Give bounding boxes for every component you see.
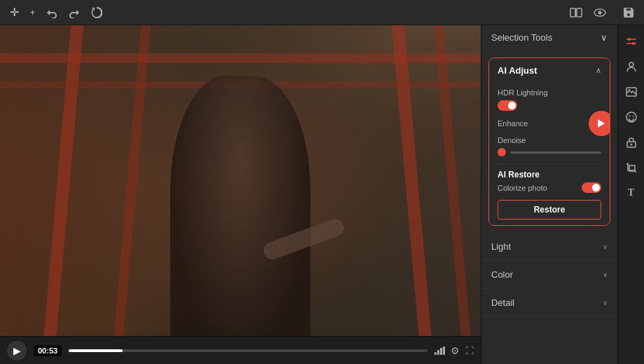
light-section[interactable]: Light ∨ xyxy=(481,233,617,261)
svg-point-17 xyxy=(630,144,632,146)
top-toolbar: ✛ + xyxy=(0,0,644,25)
settings-icon[interactable]: ⚙ xyxy=(451,345,460,356)
rotate-icon[interactable] xyxy=(88,4,105,21)
photo-background xyxy=(0,25,481,364)
sidebar-text-icon[interactable]: T xyxy=(621,182,642,203)
sidebar-face-icon[interactable] xyxy=(621,107,642,128)
ai-adjust-body: HDR Lightning Enhance xyxy=(489,83,610,225)
undo-icon[interactable] xyxy=(43,4,60,21)
svg-point-12 xyxy=(628,89,629,90)
add-icon[interactable]: + xyxy=(27,5,38,20)
video-controls: ▶ 00:53 ⚙ ⛶ xyxy=(0,336,481,364)
detail-label: Detail xyxy=(491,297,514,308)
denoise-slider-track[interactable] xyxy=(510,151,601,154)
svg-point-14 xyxy=(629,116,630,117)
svg-point-9 xyxy=(632,42,635,45)
svg-point-15 xyxy=(632,116,633,117)
redo-icon[interactable] xyxy=(66,4,83,21)
ai-adjust-header[interactable]: AI Adjust ∧ xyxy=(489,58,610,83)
detail-chevron: ∨ xyxy=(603,299,608,306)
svg-point-10 xyxy=(629,62,633,67)
enhance-label: Enhance xyxy=(498,119,528,128)
bottom-right-controls: ⚙ ⛶ xyxy=(434,345,474,356)
cursor-icon[interactable]: ✛ xyxy=(7,3,22,22)
section-divider xyxy=(498,163,601,164)
denoise-label: Denoise xyxy=(498,136,601,144)
right-area: Selection Tools ∨ AI Adjust ∧ HDR Lightn… xyxy=(481,25,644,364)
sidebar-mask-icon[interactable] xyxy=(621,132,642,153)
sidebar-image-icon[interactable] xyxy=(621,81,642,102)
fullscreen-icon[interactable]: ⛶ xyxy=(465,346,474,356)
eye-icon[interactable] xyxy=(591,5,609,20)
ai-restore-title: AI Restore xyxy=(498,170,601,180)
volume-icon[interactable] xyxy=(434,346,445,355)
colorize-label: Colorize photo xyxy=(498,184,547,192)
color-chevron: ∨ xyxy=(603,271,608,278)
sidebar-portrait-icon[interactable] xyxy=(621,56,642,77)
canvas-area: ▶ 00:53 ⚙ ⛶ xyxy=(0,25,481,364)
enhance-row: Enhance xyxy=(498,119,601,128)
denoise-slider-container xyxy=(498,148,601,156)
timestamp-badge: 00:53 xyxy=(34,345,62,356)
color-section[interactable]: Color ∨ xyxy=(481,261,617,289)
ai-adjust-chevron: ∧ xyxy=(596,66,601,75)
play-button[interactable]: ▶ xyxy=(7,341,27,360)
svg-point-4 xyxy=(598,11,602,14)
progress-fill xyxy=(69,349,123,352)
selection-tools-chevron: ∨ xyxy=(601,32,608,43)
progress-bar[interactable] xyxy=(69,349,427,352)
sidebar-crop-icon[interactable] xyxy=(621,157,642,178)
sidebar-adjust-icon[interactable] xyxy=(621,31,642,52)
color-label: Color xyxy=(491,269,513,280)
detail-section[interactable]: Detail ∨ xyxy=(481,289,617,317)
content-area: ▶ 00:53 ⚙ ⛶ xyxy=(0,25,644,364)
split-view-icon[interactable] xyxy=(567,4,585,21)
save-icon[interactable] xyxy=(620,4,637,21)
light-label: Light xyxy=(491,241,511,252)
hdr-label: HDR Lightning xyxy=(498,88,601,97)
panel-content: Selection Tools ∨ AI Adjust ∧ HDR Lightn… xyxy=(481,25,617,364)
selection-tools-header[interactable]: Selection Tools ∨ xyxy=(481,25,617,50)
restore-button[interactable]: Restore xyxy=(498,200,601,220)
hdr-toggle[interactable] xyxy=(498,100,517,111)
hdr-toggle-container xyxy=(498,100,601,111)
right-sidebar-icons: T xyxy=(617,25,644,364)
app-container: ✛ + xyxy=(0,0,644,364)
colorize-row: Colorize photo xyxy=(498,182,601,193)
svg-point-8 xyxy=(628,38,631,41)
enhance-play-button[interactable] xyxy=(589,111,610,136)
light-chevron: ∨ xyxy=(603,243,608,250)
colorize-toggle[interactable] xyxy=(582,182,601,193)
svg-marker-5 xyxy=(598,119,605,128)
denoise-slider-dot[interactable] xyxy=(498,148,506,156)
ai-adjust-section: AI Adjust ∧ HDR Lightning Enhance xyxy=(488,58,610,226)
svg-rect-0 xyxy=(570,8,575,17)
svg-rect-1 xyxy=(577,8,582,17)
right-panel: Selection Tools ∨ AI Adjust ∧ HDR Lightn… xyxy=(481,25,617,364)
ai-adjust-title: AI Adjust xyxy=(498,65,537,76)
selection-tools-label: Selection Tools xyxy=(491,32,552,43)
